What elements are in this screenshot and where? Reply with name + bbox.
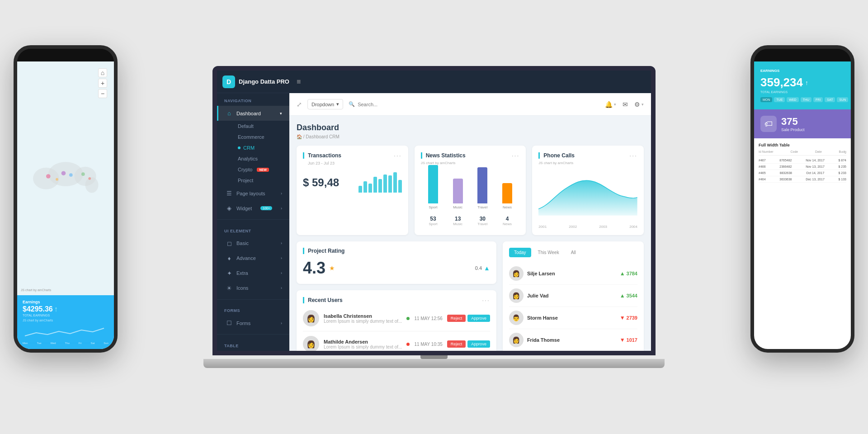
map-label: JS chart by amCharts <box>21 288 51 292</box>
sidebar-item-dashboard[interactable]: ⌂ Dashboard ▾ <box>217 106 289 121</box>
table-row: #467 8765482 Nov 14, 2017 $ 874 <box>759 157 846 164</box>
widget-icon: ◈ <box>226 205 233 212</box>
right-earnings-value: 359,234 <box>760 75 803 90</box>
mail-btn[interactable]: ✉ <box>623 101 628 108</box>
sub-analytics[interactable]: Analytics <box>233 153 289 164</box>
sidebar-item-icons[interactable]: ☀ Icons › <box>217 281 289 296</box>
map-minus-btn[interactable]: − <box>98 89 107 98</box>
settings-btn[interactable]: ⚙ ▾ <box>634 101 644 108</box>
transactions-value: $ 59,48 <box>303 176 339 189</box>
widget-badge: 100+ <box>260 206 272 210</box>
map-home-btn[interactable]: ⌂ <box>98 68 107 77</box>
sidebar-item-advance[interactable]: ♦ Advance › <box>217 251 289 266</box>
sub-crm[interactable]: CRM <box>233 142 289 153</box>
news-stats-row: 53 Sport 13 Music 30 Tra <box>421 216 520 226</box>
right-table-title: Full Width Table <box>759 143 846 147</box>
reject-btn-2[interactable]: Reject <box>447 340 466 348</box>
dropdown-selector[interactable]: Dropdown ▾ <box>307 99 343 109</box>
right-day-sat[interactable]: SAT <box>825 97 835 102</box>
svg-point-7 <box>56 178 58 181</box>
phone-calls-chart <box>538 169 637 223</box>
news-chart-area: JS chart by amCharts Sport Music <box>421 161 520 226</box>
map-plus-btn[interactable]: + <box>98 79 107 88</box>
person-row-4: 👩 Frida Thomse ▼ 1017 <box>509 329 637 351</box>
tab-all[interactable]: All <box>566 248 581 257</box>
sub-default[interactable]: Default <box>233 121 289 132</box>
home-icon: 🏠 <box>297 134 302 139</box>
right-sale-label: Sale Product <box>781 127 805 132</box>
menu-icon[interactable]: ≡ <box>297 78 301 86</box>
svg-point-8 <box>81 172 85 176</box>
notification-btn[interactable]: 🔔 ▾ <box>605 101 616 108</box>
person-trend-1: ▲ 3784 <box>620 270 637 277</box>
news-label: News <box>503 205 512 209</box>
sidebar-item-widget[interactable]: ◈ Widget 100+ › <box>217 201 289 216</box>
music-bar-group: Music <box>453 179 463 209</box>
left-phone-notch <box>17 49 114 61</box>
table-row: #464 3633638 Dec 13, 2017 $ 133 <box>759 176 846 183</box>
transactions-card: Transactions ··· Jun 23 - Jul 23 $ 59,48 <box>297 146 408 235</box>
reject-btn-1[interactable]: Reject <box>447 315 466 322</box>
transactions-menu[interactable]: ··· <box>394 152 402 159</box>
rating-value: 4.3 <box>303 259 326 278</box>
right-table-header: Id Number Code Date Budg <box>759 150 846 156</box>
search-icon: 🔍 <box>349 101 355 107</box>
sub-crypto[interactable]: CryptoNEW <box>233 164 289 175</box>
sub-project[interactable]: Project <box>233 175 289 186</box>
sidebar-item-basic[interactable]: ◻ Basic › <box>217 236 289 251</box>
recent-users-title: Recent Users <box>303 297 343 303</box>
left-earnings-value: $4295.36 <box>23 305 53 313</box>
map-svg <box>22 152 109 205</box>
sidebar-item-forms[interactable]: ☐ Forms › <box>217 316 289 330</box>
phone-calls-menu[interactable]: ··· <box>629 152 637 159</box>
phone-calls-title: Phone Calls <box>538 152 575 159</box>
sidebar-icons-label: Icons <box>236 285 248 291</box>
topbar-right: 🔔 ▾ ✉ ⚙ ▾ <box>605 101 644 108</box>
right-day-tue[interactable]: TUE <box>774 97 785 102</box>
right-total-label: TOTAL EARNINGS <box>760 90 844 94</box>
user-name-2: Mathilde Andersen <box>324 339 402 344</box>
recent-users-menu[interactable]: ··· <box>482 297 490 304</box>
main-content: ⤢ Dropdown ▾ 🔍 🔔 ▾ ✉ ⚙ ▾ <box>289 93 651 351</box>
person-name-3: Storm Hanse <box>527 315 616 321</box>
basic-icon: ◻ <box>226 240 233 247</box>
bar-9 <box>398 180 402 193</box>
rating-header: Project Rating <box>303 248 490 254</box>
ui-label: UI ELEMENT <box>217 223 289 236</box>
right-day-fri[interactable]: FRI <box>813 97 823 102</box>
approve-btn-1[interactable]: Approve <box>467 315 490 322</box>
left-sparkline <box>23 325 108 340</box>
right-day-sun[interactable]: SUN <box>837 97 848 102</box>
right-day-thu[interactable]: THU <box>801 97 811 102</box>
rating-stars: ★ <box>329 264 335 272</box>
right-day-wed[interactable]: WED <box>787 97 798 102</box>
expand-icon[interactable]: ⤢ <box>297 101 302 108</box>
map-controls[interactable]: ⌂ + − <box>98 68 107 98</box>
user-row-1: 👩 Isabella Christensen Lorem Ipsum is si… <box>303 306 490 331</box>
bar-6 <box>383 175 387 193</box>
user-dot-2 <box>406 343 410 346</box>
svg-point-5 <box>61 171 66 175</box>
transactions-header: Transactions ··· <box>303 152 402 159</box>
sidebar-item-extra[interactable]: ✦ Extra › <box>217 266 289 281</box>
left-days-row: Mon Tue Wed Thu Fri Sat Sun <box>23 342 108 344</box>
sidebar-basic-label: Basic <box>236 241 249 246</box>
advance-icon: ♦ <box>226 255 233 262</box>
news-menu[interactable]: ··· <box>512 152 520 159</box>
right-table-section: Full Width Table Id Number Code Date Bud… <box>754 138 851 349</box>
sub-ecommerce[interactable]: Ecommerce <box>233 132 289 142</box>
right-day-mon[interactable]: MON <box>760 97 772 102</box>
left-chart-note: JS chart by amCharts <box>23 319 108 322</box>
right-phone: Earnings 359,234 ↑ TOTAL EARNINGS MON TU… <box>750 45 854 353</box>
sidebar-item-page-layouts[interactable]: ☰ Page layouts › <box>217 186 289 201</box>
dropdown-label: Dropdown <box>311 102 334 107</box>
svg-point-3 <box>85 177 98 193</box>
user-row-2: 👩 Mathilde Andersen Lorem Ipsum is simpl… <box>303 331 490 351</box>
svg-point-9 <box>88 177 91 180</box>
search-input[interactable] <box>358 102 420 107</box>
tab-today[interactable]: Today <box>509 248 531 257</box>
tab-this-week[interactable]: This Week <box>533 248 564 257</box>
approve-btn-2[interactable]: Approve <box>467 340 490 348</box>
sidebar-divider-3 <box>217 334 289 335</box>
sidebar-extra-label: Extra <box>236 270 248 276</box>
